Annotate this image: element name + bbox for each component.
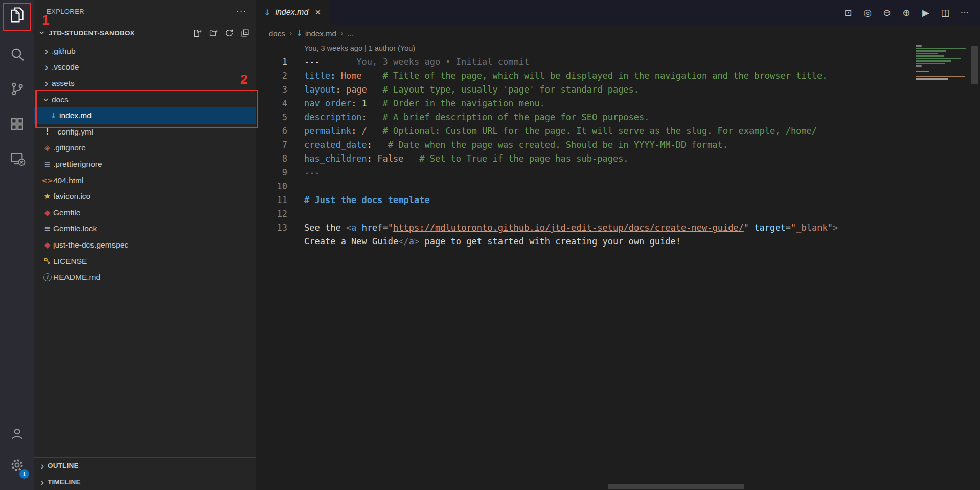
file-row-.gitignore[interactable]: ◈.gitignore	[34, 140, 256, 157]
file-label: Gemfile.lock	[53, 224, 97, 233]
file-row-.prettierignore[interactable]: ≡.prettierignore	[34, 156, 256, 172]
settings-button[interactable]: 1	[0, 450, 34, 482]
code-line[interactable]: 8has_children: False # Set to True if th…	[256, 152, 980, 166]
code-line[interactable]: 4nav_order: 1 # Order in the navigation …	[256, 97, 980, 110]
code-line[interactable]: 7created_date: # Date when the page was …	[256, 138, 980, 152]
line-number: 13	[256, 221, 287, 235]
chevron-right-icon: ›	[41, 63, 52, 71]
new-folder-icon[interactable]	[209, 29, 218, 37]
explorer-toolbar	[193, 29, 249, 37]
code-line[interactable]: 6permalink: / # Optional: Custom URL for…	[256, 124, 980, 138]
markdown-icon: ↓	[264, 8, 270, 17]
lock-list-icon: ≡	[41, 224, 53, 233]
sidebar-more-actions-icon[interactable]: ···	[236, 6, 246, 16]
code-line[interactable]: 10	[256, 180, 980, 193]
horizontal-scrollbar[interactable]	[608, 484, 744, 489]
file-row-.github[interactable]: ›.github	[34, 43, 256, 59]
code-line[interactable]: 5description: # A brief description of t…	[256, 110, 980, 124]
code-line[interactable]: 1--- You, 3 weeks ago • Initial commit	[256, 55, 980, 69]
code-line[interactable]: 13See the <a href="https://mdlutoronto.g…	[256, 221, 980, 235]
line-number: 7	[256, 138, 287, 152]
breadcrumb-symbol[interactable]: ...	[347, 29, 354, 38]
tab-index-md[interactable]: ↓ index.md ×	[256, 0, 329, 25]
files-icon	[9, 6, 26, 26]
code-line[interactable]: Create a New Guide</a> page to get start…	[256, 235, 980, 249]
code-editor[interactable]: You, 3 weeks ago | 1 author (You) 1--- Y…	[256, 42, 980, 490]
line-number: 11	[256, 193, 287, 207]
file-row-favicon.ico[interactable]: ★favicon.ico	[34, 188, 256, 205]
open-preview-icon[interactable]: ⊡	[841, 7, 855, 18]
file-row-LICENSE[interactable]: LICENSE	[34, 253, 256, 270]
line-number: 1	[256, 55, 287, 69]
chevron-right-icon: ›	[289, 28, 292, 38]
chevron-right-icon: ›	[37, 478, 48, 486]
minimap[interactable]	[916, 45, 967, 80]
line-number: 8	[256, 152, 287, 166]
file-row-_config.yml[interactable]: !_config.yml	[34, 124, 256, 140]
collapse-folders-icon[interactable]	[241, 29, 249, 37]
breadcrumb-folder[interactable]: docs	[269, 29, 285, 38]
split-editor-icon[interactable]: ◫	[938, 7, 952, 18]
line-number: 6	[256, 124, 287, 138]
close-tab-icon[interactable]: ×	[315, 7, 321, 18]
refresh-explorer-icon[interactable]	[225, 29, 234, 37]
extensions-activity-button[interactable]	[0, 107, 34, 142]
file-row-404.html[interactable]: <>404.html	[34, 172, 256, 189]
activity-bar: 1	[0, 0, 34, 490]
line-content: See the <a href="https://mdlutoronto.git…	[287, 221, 838, 235]
source-control-activity-button[interactable]	[0, 73, 34, 107]
next-change-icon[interactable]: ⊕	[899, 7, 914, 18]
section-outline[interactable]: ›OUTLINE	[34, 457, 256, 474]
code-line[interactable]: 9---	[256, 166, 980, 180]
accounts-button[interactable]	[0, 418, 34, 450]
code-line[interactable]: 11# Just the docs template	[256, 193, 980, 207]
line-content: title: Home # Title of the page, which w…	[287, 69, 828, 83]
file-row-docs[interactable]: ›docs	[34, 92, 256, 108]
search-activity-button[interactable]	[0, 38, 34, 73]
code-line[interactable]: 12	[256, 207, 980, 221]
file-row-just-the-dcs.gemspec[interactable]: ◆just-the-dcs.gemspec	[34, 237, 256, 253]
section-timeline[interactable]: ›TIMELINE	[34, 474, 256, 490]
remote-explorer-activity-button[interactable]	[0, 142, 34, 177]
previous-change-icon[interactable]: ⊖	[880, 7, 894, 18]
line-content: ---	[287, 166, 320, 180]
line-number: 9	[256, 166, 287, 180]
file-row-assets[interactable]: ›assets	[34, 75, 256, 92]
code-line[interactable]: 3layout: page # Layout type, usually 'pa…	[256, 83, 980, 97]
annotation-label-1: 1	[42, 12, 49, 28]
sidebar-bottom-sections: ›OUTLINE›TIMELINE	[34, 457, 256, 490]
line-content	[287, 207, 304, 221]
workspace-header[interactable]: › JTD-STUDENT-SANDBOX	[34, 23, 256, 43]
chevron-right-icon: ›	[41, 47, 52, 55]
run-icon[interactable]: ▶	[919, 7, 933, 18]
file-label: .vscode	[52, 62, 79, 72]
code-line[interactable]: 2title: Home # Title of the page, which …	[256, 69, 980, 83]
yaml-icon: !	[41, 127, 53, 137]
line-number: 12	[256, 207, 287, 221]
vertical-scrollbar[interactable]	[971, 46, 978, 84]
file-row-.vscode[interactable]: ›.vscode	[34, 59, 256, 76]
more-actions-icon[interactable]: ···	[958, 7, 972, 18]
file-row-README.md[interactable]: iREADME.md	[34, 269, 256, 285]
line-number: 10	[256, 180, 287, 193]
breadcrumb-file[interactable]: ↓ index.md	[296, 29, 336, 38]
new-file-icon[interactable]	[193, 29, 202, 37]
codelens-authors[interactable]: You, 3 weeks ago | 1 author (You)	[256, 42, 980, 55]
file-row-index.md[interactable]: ↓index.md	[34, 107, 256, 124]
file-label: assets	[52, 79, 75, 88]
file-label: Gemfile	[53, 208, 80, 217]
ruby-icon: ◆	[41, 208, 53, 217]
extensions-icon	[9, 116, 25, 134]
open-changes-icon[interactable]: ◎	[860, 7, 875, 18]
line-content: layout: page # Layout type, usually 'pag…	[287, 83, 639, 97]
chevron-down-icon: ›	[42, 95, 51, 105]
settings-badge: 1	[19, 469, 29, 479]
file-row-Gemfile[interactable]: ◆Gemfile	[34, 205, 256, 221]
explorer-activity-button[interactable]	[0, 0, 34, 32]
file-row-Gemfile.lock[interactable]: ≡Gemfile.lock	[34, 221, 256, 237]
info-icon: i	[41, 273, 53, 281]
annotation-label-2: 2	[240, 72, 247, 87]
file-label: _config.yml	[53, 127, 93, 137]
line-number: 2	[256, 69, 287, 83]
file-label: 404.html	[53, 176, 83, 185]
